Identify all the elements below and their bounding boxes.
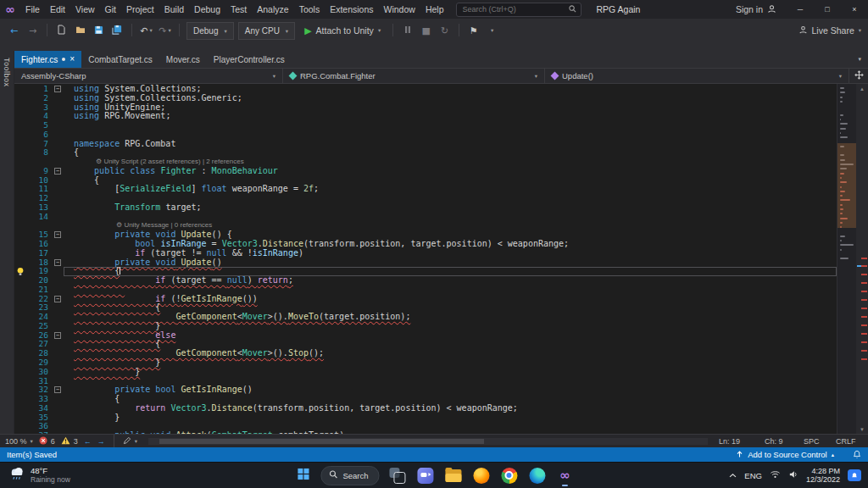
nav-forward-button[interactable]: → [97, 437, 105, 446]
live-share-button[interactable]: Live Share ▾ [798, 22, 861, 39]
tab-mover-cs[interactable]: Mover.cs [159, 51, 207, 68]
maximize-button[interactable]: □ [814, 0, 841, 19]
line-ending-indicator[interactable]: CRLF [836, 437, 863, 446]
edge-button[interactable] [527, 464, 548, 486]
code-line-37[interactable]: 37 public void Attack(CombatTarget comba… [14, 431, 837, 434]
pencil-dropdown[interactable]: ▾ [123, 436, 137, 446]
collapse-icon[interactable]: − [54, 296, 61, 302]
navigate-forward-button[interactable]: → [25, 22, 40, 39]
code-line-13[interactable]: 13 Transform target; [14, 203, 837, 213]
close-tab-icon[interactable]: × [70, 55, 75, 64]
restart-button[interactable]: ↻ [437, 22, 452, 39]
collapse-icon[interactable]: − [54, 86, 61, 92]
clock[interactable]: 4:28 PM 12/3/2022 [806, 467, 840, 485]
menu-project[interactable]: Project [121, 0, 159, 19]
zoom-dropdown[interactable]: 100 % ▾ [5, 437, 33, 446]
scroll-down-icon[interactable]: ▼ [856, 424, 868, 434]
document-list-chevron-icon[interactable]: ▾ [858, 56, 861, 63]
code-line-30[interactable]: 30 } [14, 368, 837, 377]
indent-mode-indicator[interactable]: SPC [804, 437, 836, 446]
warning-count[interactable]: 3 [61, 436, 78, 446]
collapse-icon[interactable]: − [54, 231, 61, 238]
toolbox-side-tab[interactable]: Toolbox [0, 51, 14, 434]
menu-view[interactable]: View [70, 0, 100, 19]
visual-studio-button[interactable]: ∞ [555, 464, 576, 486]
menu-tools[interactable]: Tools [294, 0, 326, 19]
vertical-scrollbar[interactable]: ▲ ▼ [856, 84, 868, 434]
pause-button[interactable] [400, 22, 415, 39]
code-line-32[interactable]: 32− private bool GetIsInRange() [14, 385, 837, 395]
member-dropdown[interactable]: Update() ▾ [545, 69, 849, 83]
search-input[interactable] [461, 4, 565, 14]
menu-git[interactable]: Git [100, 0, 121, 19]
code-editor[interactable]: 1−using System.Collections;2using System… [14, 84, 837, 434]
collapse-icon[interactable]: − [54, 259, 61, 266]
horizontal-scrollbar[interactable] [148, 438, 708, 445]
tab-combattarget-cs[interactable]: CombatTarget.cs [81, 51, 159, 68]
menu-analyze[interactable]: Analyze [252, 0, 293, 19]
tray-chevron-button[interactable] [729, 471, 737, 480]
menu-extensions[interactable]: Extensions [325, 0, 378, 19]
notifications-button[interactable] [853, 450, 861, 459]
bookmark-button[interactable]: ⚑ [466, 22, 481, 39]
collapse-icon[interactable]: − [54, 386, 61, 393]
language-indicator[interactable]: ENG [744, 471, 762, 480]
lightbulb-icon[interactable] [14, 267, 26, 276]
save-all-button[interactable] [110, 22, 125, 39]
project-dropdown[interactable]: Assembly-CSharp ▾ [14, 69, 283, 83]
chrome-button[interactable] [499, 464, 520, 486]
quick-launch-search[interactable] [456, 3, 581, 17]
sign-in-button[interactable]: Sign in [726, 4, 787, 15]
line-indicator[interactable]: Ln: 19 [719, 437, 765, 446]
navigate-back-button[interactable]: ← [7, 22, 21, 39]
scroll-up-icon[interactable]: ▲ [856, 84, 868, 93]
code-line-9[interactable]: 9− public class Fighter : MonoBehaviour [14, 167, 837, 176]
redo-button[interactable]: ↷▾ [158, 22, 172, 39]
source-control-button[interactable]: Add to Source Control ▴ [736, 450, 834, 460]
weather-widget[interactable]: 48°F Raining now [0, 465, 70, 485]
tab-fighter-cs[interactable]: Fighter.cs× [14, 51, 81, 68]
menu-help[interactable]: Help [420, 0, 449, 19]
column-indicator[interactable]: Ch: 9 [765, 437, 804, 446]
code-line-4[interactable]: 4using RPG.Movement; [14, 112, 837, 121]
horizontal-scrollbar-thumb[interactable] [159, 439, 484, 444]
nav-back-button[interactable]: ← [84, 437, 92, 446]
taskbar-search[interactable]: Search [320, 466, 379, 485]
solution-configuration-dropdown[interactable]: Debug▾ [186, 22, 234, 40]
code-line-11[interactable]: 11 [SerializeField] float weaponRange = … [14, 185, 837, 194]
minimize-button[interactable]: ─ [787, 0, 814, 19]
pan-scroll-button[interactable] [849, 69, 868, 83]
firefox-button[interactable] [471, 464, 492, 486]
chat-button[interactable] [415, 464, 436, 486]
code-line-8[interactable]: 8{ [14, 148, 837, 158]
start-button[interactable] [292, 464, 313, 486]
menu-edit[interactable]: Edit [45, 0, 70, 19]
code-line-20[interactable]: 20 if (target == null) return; [14, 276, 837, 286]
toolbar-overflow-button[interactable]: ▾ [485, 22, 499, 39]
code-line-18[interactable]: 18− private void Update() [14, 258, 837, 268]
open-file-button[interactable] [73, 22, 87, 39]
notification-badge[interactable] [848, 469, 861, 481]
file-explorer-button[interactable] [443, 464, 464, 486]
task-view-button[interactable] [387, 464, 408, 486]
new-file-button[interactable] [54, 22, 69, 39]
code-line-7[interactable]: 7namespace RPG.Combat [14, 140, 837, 149]
menu-file[interactable]: File [20, 0, 45, 19]
error-count[interactable]: 6 [39, 436, 55, 446]
menu-build[interactable]: Build [159, 0, 189, 19]
code-line-14[interactable]: 14 [14, 213, 837, 222]
close-button[interactable]: × [841, 0, 868, 19]
save-button[interactable] [92, 22, 106, 39]
menu-window[interactable]: Window [379, 0, 420, 19]
code-line-34[interactable]: 34 return Vector3.Distance(transform.pos… [14, 404, 837, 413]
collapse-icon[interactable]: − [54, 332, 61, 339]
collapse-icon[interactable]: − [54, 168, 61, 175]
stop-button[interactable]: ■ [419, 22, 433, 39]
minimap[interactable] [837, 84, 856, 434]
tab-playercontroller-cs[interactable]: PlayerController.cs [207, 51, 292, 68]
code-line-35[interactable]: 35 } [14, 413, 837, 423]
type-dropdown[interactable]: RPG.Combat.Fighter ▾ [283, 69, 545, 83]
menu-debug[interactable]: Debug [189, 0, 225, 19]
solution-platform-dropdown[interactable]: Any CPU▾ [238, 22, 295, 40]
undo-button[interactable]: ↶▾ [139, 22, 153, 39]
